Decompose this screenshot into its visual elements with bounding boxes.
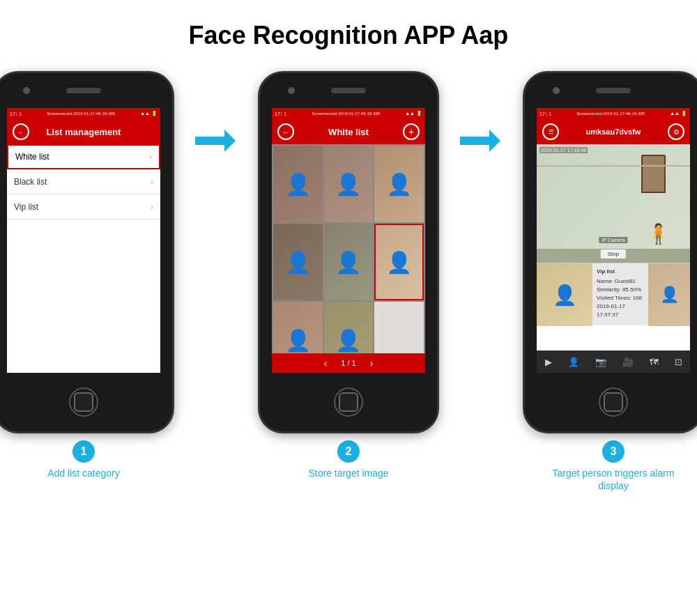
next-page[interactable]: › [370,357,374,369]
back-btn-2[interactable]: ← [277,123,294,140]
camera-icon[interactable]: 📷 [595,357,606,367]
phone-1-status-bar: 17↑ 1 Screenrecord-2019-01-17-46-19-395 … [7,108,160,119]
phone-1-bottom [0,373,172,431]
phone-2-status-bar: 17↑ 1 Screenrecord-2019-01-17-46-19-395 … [272,108,425,119]
phone-1: 17↑ 1 Screenrecord-2019-01-17-46-19-395 … [0,71,174,433]
step-circle-1: 1 [72,440,95,463]
vip-list-arrow: › [151,202,153,212]
home-button-inner-1 [74,392,93,412]
step-1: 1 Add list category [47,440,120,479]
camera-timestamp: 2019-01-17 17:43:44 [539,147,588,153]
phone-2-header: ← White list + [272,119,425,144]
phone-1-speaker [66,88,101,93]
white-list-label: White list [15,152,49,162]
arrow-2-container [460,71,502,155]
ip-camera-label: IP Camera [599,237,627,243]
svg-marker-1 [460,130,500,152]
step-3: 3 Target person triggers alarm display [551,440,676,492]
page-info: 1 / 1 [341,359,355,367]
detection-list-type: Vip list [597,268,644,276]
person-icon[interactable]: 👤 [568,357,579,367]
map-icon[interactable]: 🗺 [650,357,659,367]
play-icon[interactable]: ▶ [545,357,552,367]
list-item-vip[interactable]: Vip list › [7,194,160,220]
face-cell-3[interactable]: 👤 [374,146,424,222]
svg-marker-0 [195,130,236,152]
phone-2-speaker [331,88,366,93]
phone-3-bottom [525,373,697,431]
face-cell-1[interactable]: 👤 [273,146,323,222]
phone-1-wrapper: 17↑ 1 Screenrecord-2019-01-17-46-19-395 … [0,71,174,479]
face-cell-5[interactable]: 👤 [324,224,374,300]
black-list-label: Black list [14,177,47,187]
face-cell-6[interactable]: 👤 [374,224,424,300]
step-text-3: Target person triggers alarm display [551,467,676,492]
phone-3-header: ☰ umksau7dvsfw ⚙ [537,119,690,144]
phone-2-header-title: White list [328,127,369,137]
stop-button[interactable]: Stop [601,249,626,259]
detection-visited: Visited Times: 108 [597,294,644,302]
step-circle-2: 2 [337,440,360,463]
face-cell-4[interactable]: 👤 [273,224,323,300]
person-in-room: 🧍 [646,222,671,245]
matched-face-img: 👤 [648,263,690,326]
status-right: ▲▲ 🔋 [140,111,158,116]
phone-3-status-bar: 17↑ 1 Screenrecord-2019-01-17-46-19-395 … [537,108,690,119]
phone-3-wrapper: 17↑ 1 Screenrecord-2019-01-17-46-19-395 … [523,71,697,492]
door [641,155,666,193]
grid-icon[interactable]: ⊡ [675,357,682,367]
home-button-2[interactable] [334,387,363,417]
detection-area: 👤 Vip list Name: Guest81 Similarity: 85.… [537,263,690,325]
status-left-3: 17↑ 1 [539,111,551,116]
phone-1-header-title: List management [47,127,121,137]
list-item-black[interactable]: Black list › [7,169,160,194]
back-btn-1[interactable]: ← [13,123,29,140]
status-left-2: 17↑ 1 [275,111,286,116]
face-cell-2[interactable]: 👤 [324,146,374,222]
white-list-arrow: › [149,152,152,162]
status-right-3: ▲▲ 🔋 [670,111,687,116]
phone-2-screen: 17↑ 1 Screenrecord-2019-01-17-46-19-395 … [272,108,425,373]
phone-3-screen: 17↑ 1 Screenrecord-2019-01-17-46-19-395 … [537,108,690,373]
menu-btn-3[interactable]: ☰ [542,123,559,140]
home-button-inner-2 [339,392,358,412]
detection-time: 17:37:37 [597,311,644,319]
ceiling [537,165,690,167]
detection-name: Name: Guest81 [597,277,644,286]
page-title: Face Recognition APP Aap [0,0,697,64]
face-grid: 👤 👤 👤 👤 👤 👤 [272,144,425,373]
phone-2-bottom [260,373,437,431]
arrow-2-svg [460,127,502,155]
arrow-1-svg [195,127,237,155]
black-list-arrow: › [151,177,153,187]
phone-1-header: ← List management [7,119,160,144]
phone-3-top [525,73,697,108]
phone-2: 17↑ 1 Screenrecord-2019-01-17-46-19-395 … [258,71,439,433]
detection-similarity: Similarity: 85.50% [597,286,644,294]
plus-btn-2[interactable]: + [403,123,420,140]
phone-2-camera [288,87,295,94]
arrow-1-container [195,71,237,155]
detection-info: Vip list Name: Guest81 Similarity: 85.50… [592,263,648,325]
status-left: 17↑ 1 [10,111,22,116]
prev-page[interactable]: ‹ [324,357,328,369]
bottom-toolbar: ▶ 👤 📷 🎥 🗺 ⊡ [537,351,690,373]
phone-3-speaker [596,88,631,93]
phone-3-header-title: umksau7dvsfw [586,128,641,136]
phone-1-top [0,73,172,108]
phone-3-camera [553,87,560,94]
home-button-1[interactable] [69,387,98,417]
detection-date: 2019-01-17 [597,302,644,311]
vip-list-label: Vip list [14,202,38,212]
step-2: 2 Store target image [308,440,388,479]
home-button-3[interactable] [599,387,628,417]
phone-3: 17↑ 1 Screenrecord-2019-01-17-46-19-395 … [523,71,697,433]
step-text-1: Add list category [47,467,120,479]
phone-1-screen: 17↑ 1 Screenrecord-2019-01-17-46-19-395 … [7,108,160,373]
detected-face-img: 👤 [537,263,592,326]
camera-view: 🧍 2019-01-17 17:43:44 IP Camera Stop [537,144,690,263]
list-item-white[interactable]: White list › [7,144,160,169]
settings-btn-3[interactable]: ⚙ [668,123,684,140]
step-text-2: Store target image [308,467,388,479]
video-icon[interactable]: 🎥 [622,357,634,367]
